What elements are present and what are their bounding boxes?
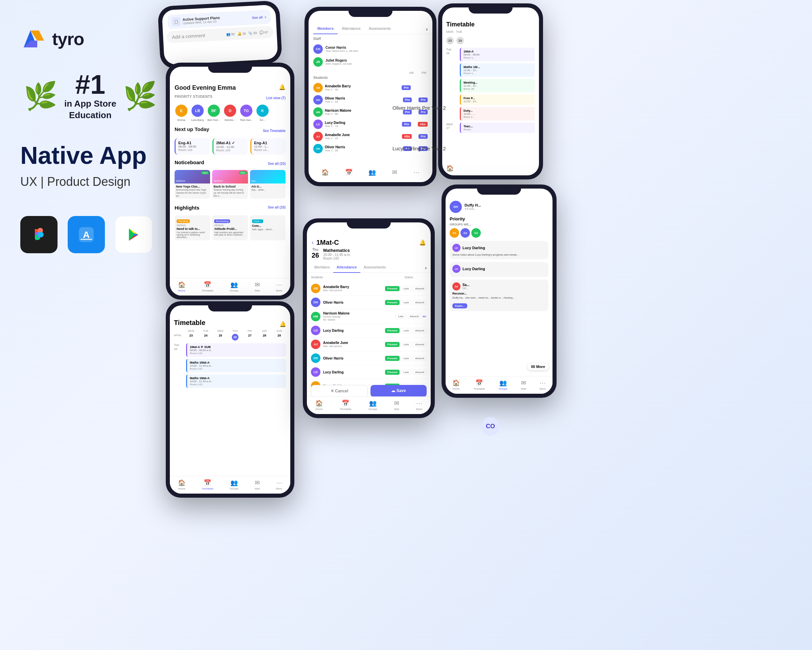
nav-more[interactable]: ⋯ More (276, 281, 282, 292)
recovery-title: Recover... (452, 292, 546, 295)
lucy-darling-card-2[interactable]: LD Lucy Darling (450, 262, 548, 277)
entry-maths[interactable]: Maths 1M... 11:40 - 12... Room 1... (460, 63, 535, 77)
grid-entry-1mat-a-sub[interactable]: 1Mat-A ✈ SUB 08:00 - 09:00 a.m. Room 143 (186, 343, 286, 357)
btn-absent-4[interactable]: Absent (413, 328, 427, 333)
notice-ag[interactable]: Sep... AG-S... Sep... week... (250, 170, 285, 199)
highlight-pending[interactable]: Pending 08/09/24 Need to talk to... I've… (175, 215, 210, 240)
nav-home-7[interactable]: 🏠 Home (452, 379, 460, 390)
nav-mail-7[interactable]: ✉ Mail (521, 379, 526, 390)
notice-yoga[interactable]: New 08/09/24 New Yoga Clas... Announcing… (175, 170, 210, 199)
student-lucy-darling-3: LD Lucy Darling Year 2 · 7A Pre Abs (313, 118, 427, 130)
bell-icon-6[interactable]: 🔔 (419, 239, 426, 246)
nav-home[interactable]: 🏠 Home (178, 281, 185, 292)
nav-groups-5[interactable]: 👥 Groups (230, 479, 238, 490)
att-tab-assessments[interactable]: Assessments (360, 263, 389, 272)
highlights-title: Highlights (175, 205, 199, 211)
class-2mat-a1[interactable]: 2Mat-A1 ✓ 10:00 - 11:00 Room 143 (212, 138, 248, 155)
class-eng-a1[interactable]: Eng-A1 08:00 - 09:00 Room 143 (175, 138, 210, 155)
nav-timetable-7[interactable]: 📅 Timetable (473, 379, 485, 390)
see-timetable-link[interactable]: See Timetable (263, 129, 285, 133)
tab-attendance[interactable]: Attendance (338, 24, 365, 34)
phone-timetable-right: Timetable MON TUE 23 24 Tue26 1Mat-A 08:… (438, 3, 543, 179)
entry-1mat-a[interactable]: 1Mat-A 08:00 - 09:00 Room 1... (460, 48, 535, 61)
googleplay-icon[interactable] (115, 216, 152, 253)
figma-icon[interactable] (20, 216, 58, 253)
btn-absent-3[interactable]: Absent (408, 314, 421, 319)
student-emma: E Emma (175, 104, 188, 122)
entry-teach[interactable]: Teac... Room... (460, 122, 535, 133)
att-tab-attendance[interactable]: Attendance (333, 263, 360, 272)
cancel-button[interactable]: ✕ Cancel (311, 385, 368, 397)
grid-entry-maths-2[interactable]: Maths 1Mat-A 10:00 - 11:45 a.m. Room 143 (186, 375, 286, 388)
btn-late-6[interactable]: Late (401, 356, 411, 361)
nav-home-icon[interactable]: 🏠 (321, 168, 329, 176)
home-bottom-icon[interactable]: 🏠 (446, 165, 454, 172)
btn-present-5[interactable]: Present (385, 342, 400, 347)
btn-absent-2[interactable]: Absent (413, 300, 427, 305)
tab-assessments[interactable]: Assessments (365, 24, 395, 34)
nav-home-5[interactable]: 🏠 Home (178, 479, 185, 490)
grid-entry-maths-1[interactable]: Maths 1Mat-A 10:00 - 11:45 a.m. Room 143 (186, 359, 286, 372)
nav-more-6[interactable]: ⋯ More (416, 399, 422, 411)
see-all-10-link[interactable]: See all (10) (268, 162, 285, 165)
highlights-see-all[interactable]: See all (10) (268, 205, 285, 209)
nav-mail[interactable]: ✉ Mail (255, 281, 260, 292)
btn-late-7[interactable]: Late (401, 370, 411, 375)
appstore-icon[interactable]: A (68, 216, 105, 253)
class-eng-a1-2[interactable]: Eng-A1 12:00 - 1... Room 14... (250, 138, 285, 155)
btn-late-1[interactable]: Late (401, 286, 411, 291)
back-arrow-icon[interactable]: ‹ (311, 239, 314, 246)
btn-absent-5[interactable]: Absent (413, 342, 427, 347)
timetable-icon: 📅 (204, 281, 211, 288)
nav-groups-icon[interactable]: 👥 (368, 168, 376, 176)
sam-recovery-card[interactable]: SA Sa... DE... Recover... Duffy ha... sh… (450, 280, 548, 311)
btn-late-4[interactable]: Late (401, 328, 411, 333)
btn-present-7[interactable]: Present (385, 370, 400, 375)
see-all-link[interactable]: See all (252, 15, 263, 20)
nav-timetable[interactable]: 📅 Timetable (201, 281, 214, 292)
nav-timetable-5[interactable]: 📅 Timetable (201, 479, 214, 490)
nav-more-7[interactable]: ⋯ More (540, 379, 546, 390)
btn-present-4[interactable]: Present (385, 328, 400, 333)
explore-button[interactable]: Explo... (452, 303, 467, 308)
btn-present-2[interactable]: Present (385, 300, 400, 305)
tab-members[interactable]: Members (313, 24, 338, 34)
lucy-darling-card-1[interactable]: LD Lucy Darling Some notes about Lucy Da… (450, 241, 548, 259)
nav-more-icon[interactable]: ⋯ (414, 168, 420, 176)
btn-late-2[interactable]: Late (401, 300, 411, 305)
student-annabelle-june: AJ Annabelle June Year 2 · 1A Abs Pre (313, 130, 427, 142)
list-view-button[interactable]: List view (7) (266, 96, 285, 100)
nav-mail-5[interactable]: ✉ Mail (255, 479, 260, 490)
highlight-comment[interactable]: Com... Com... Hall i appo... direct... (250, 215, 285, 240)
nav-timetable-icon[interactable]: 📅 (345, 168, 353, 176)
nav-home-6[interactable]: 🏠 Home (315, 399, 323, 411)
notice-back-to-school[interactable]: New 08/09/24 Back to School Teacher trai… (212, 170, 248, 199)
btn-present-6[interactable]: Present (385, 356, 400, 361)
highlight-reviewing[interactable]: Reviewing 08/09/24 Attitude Probl... Hal… (212, 215, 248, 240)
btn-absent-6[interactable]: Absent (413, 356, 427, 361)
nav-mail-6[interactable]: ✉ Mail (394, 399, 399, 411)
bell-icon-5[interactable]: 🔔 (279, 321, 286, 327)
att-tab-members[interactable]: Members (311, 263, 333, 272)
more-badge[interactable]: 00 More (528, 363, 548, 370)
nav-groups-7[interactable]: 👥 Groups (499, 379, 508, 390)
btn-late-5[interactable]: Late (401, 342, 411, 347)
edit-icon-3[interactable]: ✏ (423, 314, 427, 319)
nav-more-5[interactable]: ⋯ More (276, 479, 282, 490)
nav-groups-6[interactable]: 👥 Groups (368, 399, 377, 411)
entry-duty[interactable]: Duty... 10:00 - ... Block 2... (460, 107, 535, 121)
btn-late-3[interactable]: Late (395, 314, 406, 319)
nav-mail-icon[interactable]: ✉ (392, 168, 397, 176)
bell-icon[interactable]: 🔔 (279, 84, 285, 90)
att-lucy-darling-6: LD Lucy Darling Present Late Absent (311, 324, 427, 338)
students-header: Students (313, 76, 427, 80)
nav-groups[interactable]: 👥 Groups (230, 281, 238, 292)
priority-section-label: Priority (450, 216, 548, 222)
btn-absent-1[interactable]: Absent (413, 286, 427, 291)
entry-meeting[interactable]: Meeting... 11:40 - 12... Block 2B (460, 79, 535, 92)
save-button[interactable]: ☁ Save (371, 385, 427, 397)
nav-timetable-6[interactable]: 📅 Timetable (340, 399, 351, 411)
btn-present-1[interactable]: Present (385, 286, 400, 291)
btn-absent-7[interactable]: Absent (413, 370, 427, 375)
subject-maths: Mathematics (323, 248, 351, 253)
